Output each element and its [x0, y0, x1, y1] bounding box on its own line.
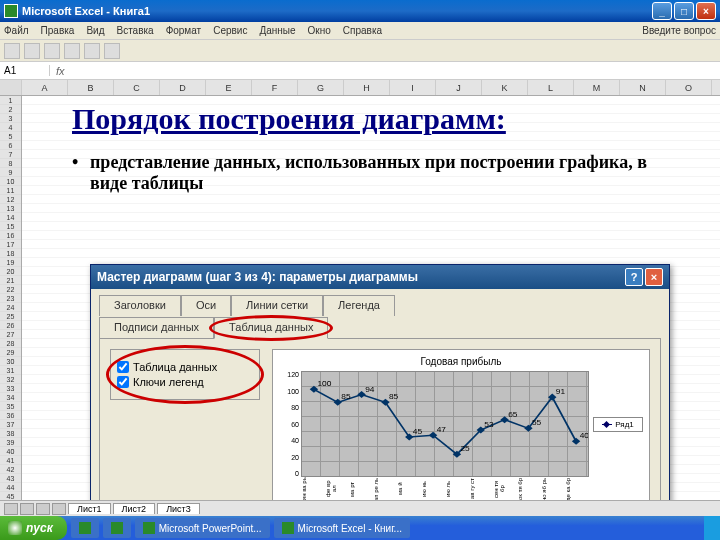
- start-button[interactable]: пуск: [0, 516, 67, 540]
- menu-format[interactable]: Формат: [166, 25, 202, 36]
- row-header[interactable]: 5: [0, 132, 21, 141]
- tab-axes[interactable]: Оси: [181, 295, 231, 316]
- row-header[interactable]: 25: [0, 312, 21, 321]
- tab-gridlines[interactable]: Линии сетки: [231, 295, 323, 316]
- col-header[interactable]: L: [528, 80, 574, 95]
- sheet-nav-next[interactable]: [36, 503, 50, 515]
- row-header[interactable]: 19: [0, 258, 21, 267]
- toolbar-button[interactable]: [104, 43, 120, 59]
- row-header[interactable]: 34: [0, 393, 21, 402]
- menu-view[interactable]: Вид: [86, 25, 104, 36]
- maximize-button[interactable]: □: [674, 2, 694, 20]
- row-header[interactable]: 43: [0, 474, 21, 483]
- col-header[interactable]: F: [252, 80, 298, 95]
- menu-tools[interactable]: Сервис: [213, 25, 247, 36]
- row-header[interactable]: 16: [0, 231, 21, 240]
- row-header[interactable]: 7: [0, 150, 21, 159]
- menu-help[interactable]: Справка: [343, 25, 382, 36]
- dialog-help-button[interactable]: ?: [625, 268, 643, 286]
- close-button[interactable]: ×: [696, 2, 716, 20]
- sheet-nav-last[interactable]: [52, 503, 66, 515]
- row-header[interactable]: 13: [0, 204, 21, 213]
- checkbox-legend-keys[interactable]: Ключи легенд: [117, 376, 253, 388]
- row-header[interactable]: 4: [0, 123, 21, 132]
- col-header[interactable]: E: [206, 80, 252, 95]
- col-header[interactable]: A: [22, 80, 68, 95]
- minimize-button[interactable]: _: [652, 2, 672, 20]
- row-header[interactable]: 26: [0, 321, 21, 330]
- row-header[interactable]: 22: [0, 285, 21, 294]
- row-header[interactable]: 38: [0, 429, 21, 438]
- col-header[interactable]: O: [666, 80, 712, 95]
- taskbar-item[interactable]: Microsoft PowerPoint...: [135, 518, 270, 538]
- fx-icon[interactable]: fx: [50, 65, 71, 77]
- row-header[interactable]: 18: [0, 249, 21, 258]
- row-header[interactable]: 35: [0, 402, 21, 411]
- col-header[interactable]: I: [390, 80, 436, 95]
- row-header[interactable]: 32: [0, 375, 21, 384]
- row-header[interactable]: 27: [0, 330, 21, 339]
- menu-edit[interactable]: Правка: [41, 25, 75, 36]
- row-header[interactable]: 20: [0, 267, 21, 276]
- row-header[interactable]: 30: [0, 357, 21, 366]
- tab-labels[interactable]: Подписи данных: [99, 317, 214, 339]
- row-header[interactable]: 44: [0, 483, 21, 492]
- name-box[interactable]: A1: [0, 65, 50, 76]
- menu-window[interactable]: Окно: [308, 25, 331, 36]
- row-header[interactable]: 40: [0, 447, 21, 456]
- sheet-tab[interactable]: Лист1: [68, 503, 111, 514]
- row-header[interactable]: 1: [0, 96, 21, 105]
- sheet-tab[interactable]: Лист2: [113, 503, 156, 514]
- row-header[interactable]: 14: [0, 213, 21, 222]
- menu-file[interactable]: Файл: [4, 25, 29, 36]
- checkbox-legend-keys-input[interactable]: [117, 376, 129, 388]
- system-tray[interactable]: [704, 516, 720, 540]
- menu-insert[interactable]: Вставка: [116, 25, 153, 36]
- row-header[interactable]: 15: [0, 222, 21, 231]
- row-header[interactable]: 9: [0, 168, 21, 177]
- sheet-nav-first[interactable]: [4, 503, 18, 515]
- menu-data[interactable]: Данные: [259, 25, 295, 36]
- cell-grid[interactable]: Порядок построения диаграмм: представлен…: [22, 96, 720, 526]
- toolbar-button[interactable]: [84, 43, 100, 59]
- row-header[interactable]: 21: [0, 276, 21, 285]
- toolbar-button[interactable]: [24, 43, 40, 59]
- col-header[interactable]: K: [482, 80, 528, 95]
- toolbar-button[interactable]: [44, 43, 60, 59]
- col-header[interactable]: D: [160, 80, 206, 95]
- sheet-nav-prev[interactable]: [20, 503, 34, 515]
- row-header[interactable]: 29: [0, 348, 21, 357]
- col-header[interactable]: C: [114, 80, 160, 95]
- col-header[interactable]: H: [344, 80, 390, 95]
- row-header[interactable]: 39: [0, 438, 21, 447]
- row-header[interactable]: 36: [0, 411, 21, 420]
- checkbox-show-table-input[interactable]: [117, 361, 129, 373]
- col-header[interactable]: B: [68, 80, 114, 95]
- checkbox-show-table[interactable]: Таблица данных: [117, 361, 253, 373]
- tab-legend[interactable]: Легенда: [323, 295, 395, 316]
- taskbar-item[interactable]: Microsoft Excel - Книг...: [274, 518, 410, 538]
- row-header[interactable]: 31: [0, 366, 21, 375]
- row-header[interactable]: 10: [0, 177, 21, 186]
- row-header[interactable]: 23: [0, 294, 21, 303]
- col-header[interactable]: G: [298, 80, 344, 95]
- row-header[interactable]: 12: [0, 195, 21, 204]
- row-header[interactable]: 3: [0, 114, 21, 123]
- row-header[interactable]: 24: [0, 303, 21, 312]
- tab-titles[interactable]: Заголовки: [99, 295, 181, 316]
- row-header[interactable]: 42: [0, 465, 21, 474]
- taskbar-item[interactable]: [71, 518, 99, 538]
- row-header[interactable]: 41: [0, 456, 21, 465]
- col-header[interactable]: J: [436, 80, 482, 95]
- ask-question-box[interactable]: Введите вопрос: [642, 25, 716, 36]
- row-header[interactable]: 37: [0, 420, 21, 429]
- row-header[interactable]: 28: [0, 339, 21, 348]
- row-header[interactable]: 6: [0, 141, 21, 150]
- row-header[interactable]: 2: [0, 105, 21, 114]
- row-header[interactable]: 11: [0, 186, 21, 195]
- col-header[interactable]: N: [620, 80, 666, 95]
- sheet-tab[interactable]: Лист3: [157, 503, 200, 514]
- tab-datatable[interactable]: Таблица данных: [214, 317, 328, 339]
- toolbar-button[interactable]: [4, 43, 20, 59]
- row-header[interactable]: 33: [0, 384, 21, 393]
